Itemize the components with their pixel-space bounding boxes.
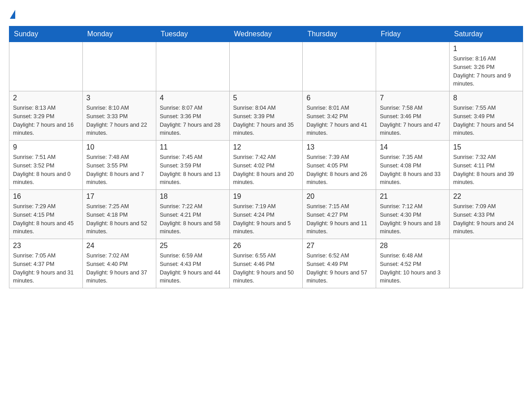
day-header-wednesday: Wednesday <box>229 26 303 42</box>
day-info: Sunrise: 7:48 AMSunset: 3:55 PMDaylight:… <box>86 153 152 187</box>
day-info: Sunrise: 8:01 AMSunset: 3:42 PMDaylight:… <box>306 104 372 137</box>
calendar-cell: 1Sunrise: 8:16 AMSunset: 3:26 PMDaylight… <box>450 42 523 91</box>
calendar-cell: 26Sunrise: 6:55 AMSunset: 4:46 PMDayligh… <box>229 239 303 288</box>
day-number: 4 <box>160 94 226 102</box>
day-number: 24 <box>86 242 152 250</box>
calendar-cell: 8Sunrise: 7:55 AMSunset: 3:49 PMDaylight… <box>450 91 523 141</box>
calendar-cell: 4Sunrise: 8:07 AMSunset: 3:36 PMDaylight… <box>156 91 229 141</box>
day-number: 7 <box>380 94 446 102</box>
calendar-cell <box>156 42 229 91</box>
day-number: 18 <box>160 193 226 201</box>
day-number: 21 <box>380 193 446 201</box>
day-info: Sunrise: 6:55 AMSunset: 4:46 PMDaylight:… <box>233 252 299 285</box>
calendar-cell: 22Sunrise: 7:09 AMSunset: 4:33 PMDayligh… <box>450 190 523 239</box>
logo <box>9 9 15 21</box>
calendar-cell <box>376 42 450 91</box>
day-info: Sunrise: 7:35 AMSunset: 4:08 PMDaylight:… <box>380 153 446 187</box>
page-header <box>9 9 523 21</box>
day-header-saturday: Saturday <box>450 26 523 42</box>
calendar-week-2: 2Sunrise: 8:13 AMSunset: 3:29 PMDaylight… <box>9 91 523 141</box>
calendar-cell: 12Sunrise: 7:42 AMSunset: 4:02 PMDayligh… <box>229 141 303 190</box>
calendar-cell: 18Sunrise: 7:22 AMSunset: 4:21 PMDayligh… <box>156 190 229 239</box>
day-info: Sunrise: 6:48 AMSunset: 4:52 PMDaylight:… <box>380 252 446 285</box>
calendar-cell: 16Sunrise: 7:29 AMSunset: 4:15 PMDayligh… <box>9 190 83 239</box>
day-number: 8 <box>453 94 519 102</box>
day-number: 6 <box>306 94 372 102</box>
day-number: 11 <box>160 143 226 151</box>
calendar-cell: 20Sunrise: 7:15 AMSunset: 4:27 PMDayligh… <box>303 190 376 239</box>
day-info: Sunrise: 7:15 AMSunset: 4:27 PMDaylight:… <box>306 202 372 236</box>
calendar-cell: 28Sunrise: 6:48 AMSunset: 4:52 PMDayligh… <box>376 239 450 288</box>
calendar-week-1: 1Sunrise: 8:16 AMSunset: 3:26 PMDaylight… <box>9 42 523 91</box>
day-info: Sunrise: 8:10 AMSunset: 3:33 PMDaylight:… <box>86 104 152 137</box>
calendar-cell <box>303 42 376 91</box>
day-info: Sunrise: 7:42 AMSunset: 4:02 PMDaylight:… <box>233 153 299 187</box>
day-number: 13 <box>306 143 372 151</box>
day-number: 1 <box>453 45 519 53</box>
day-header-monday: Monday <box>82 26 156 42</box>
day-number: 17 <box>86 193 152 201</box>
calendar-table: SundayMondayTuesdayWednesdayThursdayFrid… <box>9 26 523 288</box>
calendar-cell: 5Sunrise: 8:04 AMSunset: 3:39 PMDaylight… <box>229 91 303 141</box>
day-number: 9 <box>13 143 79 151</box>
calendar-cell: 25Sunrise: 6:59 AMSunset: 4:43 PMDayligh… <box>156 239 229 288</box>
day-number: 16 <box>13 193 79 201</box>
day-number: 3 <box>86 94 152 102</box>
logo-arrow-icon <box>10 10 15 19</box>
calendar-week-3: 9Sunrise: 7:51 AMSunset: 3:52 PMDaylight… <box>9 141 523 190</box>
calendar-cell: 27Sunrise: 6:52 AMSunset: 4:49 PMDayligh… <box>303 239 376 288</box>
day-info: Sunrise: 7:09 AMSunset: 4:33 PMDaylight:… <box>453 202 519 236</box>
calendar-cell <box>82 42 156 91</box>
logo-general-text <box>9 9 15 21</box>
day-info: Sunrise: 7:45 AMSunset: 3:59 PMDaylight:… <box>160 153 226 187</box>
day-number: 25 <box>160 242 226 250</box>
day-info: Sunrise: 8:13 AMSunset: 3:29 PMDaylight:… <box>13 104 79 137</box>
day-info: Sunrise: 7:22 AMSunset: 4:21 PMDaylight:… <box>160 202 226 236</box>
day-number: 14 <box>380 143 446 151</box>
calendar-cell <box>229 42 303 91</box>
calendar-cell: 9Sunrise: 7:51 AMSunset: 3:52 PMDaylight… <box>9 141 83 190</box>
day-info: Sunrise: 7:32 AMSunset: 4:11 PMDaylight:… <box>453 153 519 187</box>
calendar-cell: 6Sunrise: 8:01 AMSunset: 3:42 PMDaylight… <box>303 91 376 141</box>
calendar-cell <box>9 42 83 91</box>
day-info: Sunrise: 7:19 AMSunset: 4:24 PMDaylight:… <box>233 202 299 236</box>
day-number: 15 <box>453 143 519 151</box>
day-number: 19 <box>233 193 299 201</box>
day-header-tuesday: Tuesday <box>156 26 229 42</box>
calendar-cell: 15Sunrise: 7:32 AMSunset: 4:11 PMDayligh… <box>450 141 523 190</box>
day-number: 12 <box>233 143 299 151</box>
calendar-cell: 24Sunrise: 7:02 AMSunset: 4:40 PMDayligh… <box>82 239 156 288</box>
day-info: Sunrise: 7:29 AMSunset: 4:15 PMDaylight:… <box>13 202 79 236</box>
day-info: Sunrise: 7:55 AMSunset: 3:49 PMDaylight:… <box>453 104 519 137</box>
calendar-cell: 23Sunrise: 7:05 AMSunset: 4:37 PMDayligh… <box>9 239 83 288</box>
day-info: Sunrise: 7:39 AMSunset: 4:05 PMDaylight:… <box>306 153 372 187</box>
day-info: Sunrise: 7:02 AMSunset: 4:40 PMDaylight:… <box>86 252 152 285</box>
day-info: Sunrise: 7:51 AMSunset: 3:52 PMDaylight:… <box>13 153 79 187</box>
day-header-sunday: Sunday <box>9 26 83 42</box>
day-number: 10 <box>86 143 152 151</box>
calendar-cell: 3Sunrise: 8:10 AMSunset: 3:33 PMDaylight… <box>82 91 156 141</box>
calendar-week-4: 16Sunrise: 7:29 AMSunset: 4:15 PMDayligh… <box>9 190 523 239</box>
day-number: 22 <box>453 193 519 201</box>
day-info: Sunrise: 7:58 AMSunset: 3:46 PMDaylight:… <box>380 104 446 137</box>
day-number: 2 <box>13 94 79 102</box>
day-number: 23 <box>13 242 79 250</box>
calendar-cell: 13Sunrise: 7:39 AMSunset: 4:05 PMDayligh… <box>303 141 376 190</box>
calendar-cell: 11Sunrise: 7:45 AMSunset: 3:59 PMDayligh… <box>156 141 229 190</box>
calendar-cell: 2Sunrise: 8:13 AMSunset: 3:29 PMDaylight… <box>9 91 83 141</box>
day-header-thursday: Thursday <box>303 26 376 42</box>
day-number: 28 <box>380 242 446 250</box>
day-number: 27 <box>306 242 372 250</box>
day-info: Sunrise: 7:12 AMSunset: 4:30 PMDaylight:… <box>380 202 446 236</box>
day-info: Sunrise: 6:59 AMSunset: 4:43 PMDaylight:… <box>160 252 226 285</box>
day-number: 5 <box>233 94 299 102</box>
calendar-cell: 7Sunrise: 7:58 AMSunset: 3:46 PMDaylight… <box>376 91 450 141</box>
day-info: Sunrise: 8:07 AMSunset: 3:36 PMDaylight:… <box>160 104 226 137</box>
calendar-cell: 21Sunrise: 7:12 AMSunset: 4:30 PMDayligh… <box>376 190 450 239</box>
day-number: 26 <box>233 242 299 250</box>
day-info: Sunrise: 7:25 AMSunset: 4:18 PMDaylight:… <box>86 202 152 236</box>
calendar-week-5: 23Sunrise: 7:05 AMSunset: 4:37 PMDayligh… <box>9 239 523 288</box>
calendar-header-row: SundayMondayTuesdayWednesdayThursdayFrid… <box>9 26 523 42</box>
day-header-friday: Friday <box>376 26 450 42</box>
calendar-cell: 10Sunrise: 7:48 AMSunset: 3:55 PMDayligh… <box>82 141 156 190</box>
